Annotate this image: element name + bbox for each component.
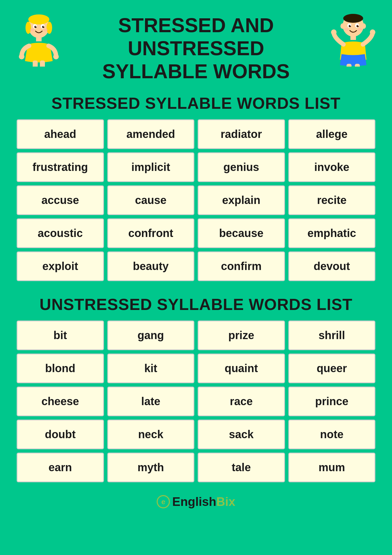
unstressed-word-cell: kit — [107, 354, 195, 383]
stressed-word-cell: beauty — [107, 251, 195, 281]
stressed-word-cell: confront — [107, 218, 195, 248]
unstressed-word-cell: late — [107, 387, 195, 416]
brand-name: EnglishBix — [172, 495, 235, 509]
stressed-word-cell: ahead — [17, 119, 104, 149]
unstressed-word-cell: prize — [198, 321, 285, 350]
stressed-word-cell: invoke — [288, 152, 376, 182]
unstressed-word-grid: bitgangprizeshrillblondkitquaintqueerche… — [17, 321, 375, 482]
stressed-word-cell: emphatic — [288, 218, 376, 248]
brand-logo: e EnglishBix — [157, 495, 235, 509]
stressed-word-cell: frustrating — [17, 152, 104, 182]
unstressed-word-cell: sack — [198, 420, 285, 449]
stressed-word-cell: amended — [107, 119, 195, 149]
page-wrapper: STRESSED AND UNSTRESSED SYLLABLE WORDS — [0, 0, 392, 555]
footer: e EnglishBix — [17, 495, 375, 509]
brand-icon: e — [157, 495, 170, 508]
stressed-word-cell: recite — [288, 185, 376, 215]
unstressed-word-cell: tale — [198, 453, 285, 482]
header: STRESSED AND UNSTRESSED SYLLABLE WORDS — [17, 8, 375, 85]
unstressed-section: UNSTRESSED SYLLABLE WORDS LIST bitgangpr… — [17, 295, 375, 482]
stressed-word-cell: exploit — [17, 251, 104, 281]
stressed-word-cell: genius — [198, 152, 285, 182]
unstressed-word-cell: shrill — [288, 321, 376, 350]
unstressed-word-cell: myth — [107, 453, 195, 482]
stressed-word-cell: cause — [107, 185, 195, 215]
unstressed-word-cell: neck — [107, 420, 195, 449]
stressed-word-cell: explain — [198, 185, 285, 215]
unstressed-word-cell: quaint — [198, 354, 285, 383]
stressed-section: STRESSED SYLLABLE WORDS LIST aheadamende… — [17, 94, 375, 281]
unstressed-word-cell: bit — [17, 321, 104, 350]
stressed-word-cell: acoustic — [17, 218, 104, 248]
unstressed-section-title: UNSTRESSED SYLLABLE WORDS LIST — [17, 295, 375, 314]
stressed-word-cell: implicit — [107, 152, 195, 182]
unstressed-word-cell: queer — [288, 354, 376, 383]
unstressed-word-cell: prince — [288, 387, 376, 416]
unstressed-word-cell: cheese — [17, 387, 104, 416]
header-title: STRESSED AND UNSTRESSED SYLLABLE WORDS — [17, 14, 375, 83]
stressed-word-cell: radiator — [198, 119, 285, 149]
unstressed-word-cell: note — [288, 420, 376, 449]
stressed-word-cell: confirm — [198, 251, 285, 281]
stressed-word-cell: because — [198, 218, 285, 248]
unstressed-word-cell: gang — [107, 321, 195, 350]
stressed-word-grid: aheadamendedradiatorallegefrustratingimp… — [17, 119, 375, 281]
stressed-word-cell: accuse — [17, 185, 104, 215]
unstressed-word-cell: mum — [288, 453, 376, 482]
stressed-section-title: STRESSED SYLLABLE WORDS LIST — [17, 94, 375, 112]
unstressed-word-cell: doubt — [17, 420, 104, 449]
unstressed-word-cell: earn — [17, 453, 104, 482]
stressed-word-cell: allege — [288, 119, 376, 149]
unstressed-word-cell: blond — [17, 354, 104, 383]
unstressed-word-cell: race — [198, 387, 285, 416]
stressed-word-cell: devout — [288, 251, 376, 281]
